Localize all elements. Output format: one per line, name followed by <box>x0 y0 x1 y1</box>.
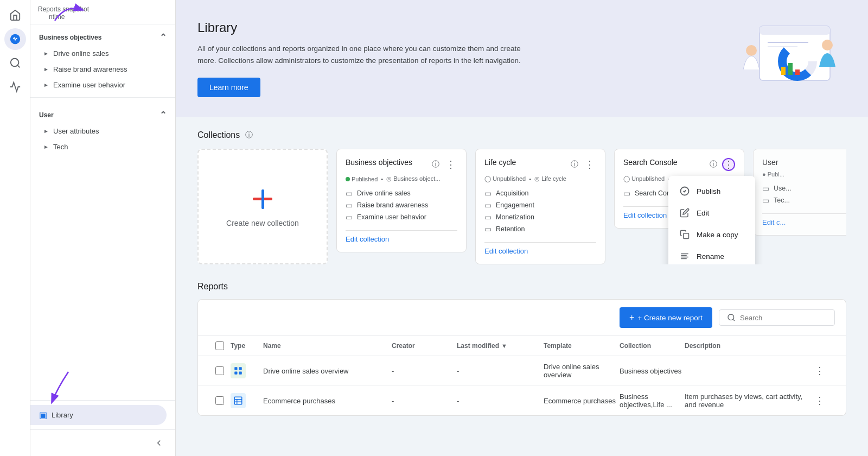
business-objectives-card: Business objectives ⓘ ⋮ Published • ◎ Bu… <box>336 149 467 252</box>
publish-label: Publish <box>697 187 720 195</box>
row2-creator-cell: - <box>392 397 457 405</box>
edit-collection-lifecycle[interactable]: Edit collection <box>484 242 596 255</box>
reports-section-title: Reports <box>197 282 846 292</box>
collections-grid: Create new collection Business objective… <box>197 149 846 264</box>
svg-rect-26 <box>234 397 242 404</box>
select-all-checkbox[interactable] <box>215 341 224 350</box>
svg-rect-15 <box>684 233 689 239</box>
row2-menu-button[interactable]: ⋮ <box>813 394 826 407</box>
svg-point-11 <box>822 40 833 50</box>
search-bar[interactable] <box>719 309 835 326</box>
card-header-lifecycle: Life cycle ⓘ ⋮ <box>484 158 596 171</box>
sidebar-collapse-button[interactable] <box>151 435 167 451</box>
collapse-user-icon[interactable]: ⌃ <box>159 110 167 120</box>
edit-collection-user[interactable]: Edit c... <box>762 213 846 226</box>
svg-rect-25 <box>239 372 242 375</box>
row1-creator-cell: - <box>392 367 457 375</box>
collection-item: ▭Use... <box>762 184 846 193</box>
svg-rect-7 <box>781 67 786 75</box>
sidebar-item-drive-online-sales[interactable]: ► Drive online sales <box>30 46 175 61</box>
edit-collection-business[interactable]: Edit collection <box>346 230 457 243</box>
dropdown-copy[interactable]: Make a copy <box>668 224 755 245</box>
business-objectives-card-wrapper: Business objectives ⓘ ⋮ Published • ◎ Bu… <box>336 149 467 264</box>
plus-icon: + <box>629 313 634 322</box>
sidebar-item-examine-user-behavior[interactable]: ► Examine user behavior <box>30 77 175 93</box>
card-title-user: User <box>762 158 778 167</box>
new-collection-card[interactable]: Create new collection <box>197 149 328 264</box>
collection-item: ▭Examine user behavior <box>346 213 457 221</box>
anytime-label: ntime <box>49 13 65 21</box>
chevron-icon: ► <box>43 144 50 150</box>
card-icons-lifecycle: ⓘ ⋮ <box>568 158 596 171</box>
row1-type-icon <box>231 363 246 378</box>
row2-collection-cell: Business objectives,Life ... <box>620 392 685 409</box>
home-icon[interactable] <box>4 4 26 26</box>
sidebar-item-user-attributes[interactable]: ► User attributes <box>30 123 175 139</box>
svg-rect-4 <box>760 26 830 35</box>
learn-more-button[interactable]: Learn more <box>197 78 260 97</box>
dropdown-publish[interactable]: Publish <box>668 180 755 202</box>
card-menu-icon-lifecycle[interactable]: ⋮ <box>583 158 596 171</box>
sidebar-item-tech[interactable]: ► Tech <box>30 139 175 155</box>
row2-description-cell: Item purchases by views, cart activity, … <box>685 392 813 409</box>
collection-item: ▭Engagement <box>484 201 596 210</box>
banner-text: Library All of your collections and repo… <box>197 20 577 97</box>
row1-template-cell: Drive online sales overview <box>544 363 620 379</box>
table-row: Ecommerce purchases - - Ecommerce purcha… <box>198 386 846 415</box>
svg-rect-22 <box>234 367 237 370</box>
user-card: User ● Publ... ▭Use... ▭Tec... Edit c... <box>753 149 846 236</box>
edit-label: Edit <box>697 209 709 217</box>
rename-icon <box>679 251 690 262</box>
reports-icon[interactable] <box>4 28 26 50</box>
chevron-icon: ► <box>43 66 50 73</box>
card-title-business: Business objectives <box>346 158 412 167</box>
reports-toolbar: + + Create new report <box>198 300 846 336</box>
svg-point-20 <box>728 314 734 320</box>
col-template-header: Template <box>544 342 620 350</box>
user-section-header[interactable]: User ⌃ <box>30 102 175 123</box>
folder-icon: ▭ <box>346 213 353 221</box>
card-info-icon-business[interactable]: ⓘ <box>429 158 442 171</box>
dropdown-rename[interactable]: Rename <box>668 245 755 264</box>
library-nav-item[interactable]: ▣ Library <box>30 405 167 425</box>
reports-table-container: + + Create new report Type <box>197 299 846 416</box>
collection-item: ▭Raise brand awareness <box>346 201 457 210</box>
user-card-wrapper: User ● Publ... ▭Use... ▭Tec... Edit c... <box>753 149 846 264</box>
sidebar-item-raise-brand-awareness[interactable]: ► Raise brand awareness <box>30 61 175 77</box>
col-name-header: Name <box>263 342 392 350</box>
card-info-icon-search-console[interactable]: ⓘ <box>707 158 720 171</box>
card-menu-icon-business[interactable]: ⋮ <box>444 158 457 171</box>
svg-point-10 <box>746 45 757 56</box>
content-area: Collections ⓘ Create new collection Busi… <box>176 117 868 429</box>
main-content: Library All of your collections and repo… <box>176 0 868 456</box>
library-banner: Library All of your collections and repo… <box>176 0 868 117</box>
business-objectives-header[interactable]: Business objectives ⌃ <box>30 24 175 46</box>
row1-checkbox[interactable] <box>215 366 224 375</box>
row1-type-cell <box>231 363 263 378</box>
row1-menu-button[interactable]: ⋮ <box>813 364 826 377</box>
published-badge: Published <box>346 176 378 182</box>
publish-icon <box>679 186 690 197</box>
folder-icon: ▭ <box>623 189 630 198</box>
search-input[interactable] <box>740 314 827 322</box>
explore-icon[interactable] <box>4 52 26 74</box>
dropdown-edit[interactable]: Edit <box>668 202 755 224</box>
card-items-lifecycle: ▭Acquisition ▭Engagement ▭Monetization ▭… <box>484 189 596 233</box>
table-header: Type Name Creator Last modified ▼ Templa… <box>198 336 846 356</box>
create-new-report-button[interactable]: + + Create new report <box>620 307 712 328</box>
sort-icon: ▼ <box>501 343 507 349</box>
collections-info-icon[interactable]: ⓘ <box>244 130 254 140</box>
row2-template-cell: Ecommerce purchases <box>544 397 620 405</box>
advertising-icon[interactable] <box>4 76 26 98</box>
folder-icon: ▭ <box>484 189 492 198</box>
collapse-section-icon[interactable]: ⌃ <box>159 32 167 42</box>
card-info-icon-lifecycle[interactable]: ⓘ <box>568 158 581 171</box>
row2-checkbox-cell <box>209 396 231 405</box>
row1-checkbox-cell <box>209 366 231 375</box>
card-status-lifecycle: ◯ Unpublished • ◎ Life cycle <box>484 175 596 182</box>
card-menu-icon-search-console[interactable]: ⋮ <box>722 158 735 171</box>
card-icons-search-console: ⓘ ⋮ <box>707 158 735 171</box>
row1-menu-cell: ⋮ <box>813 364 835 377</box>
row2-checkbox[interactable] <box>215 396 224 405</box>
card-header-business: Business objectives ⓘ ⋮ <box>346 158 457 171</box>
